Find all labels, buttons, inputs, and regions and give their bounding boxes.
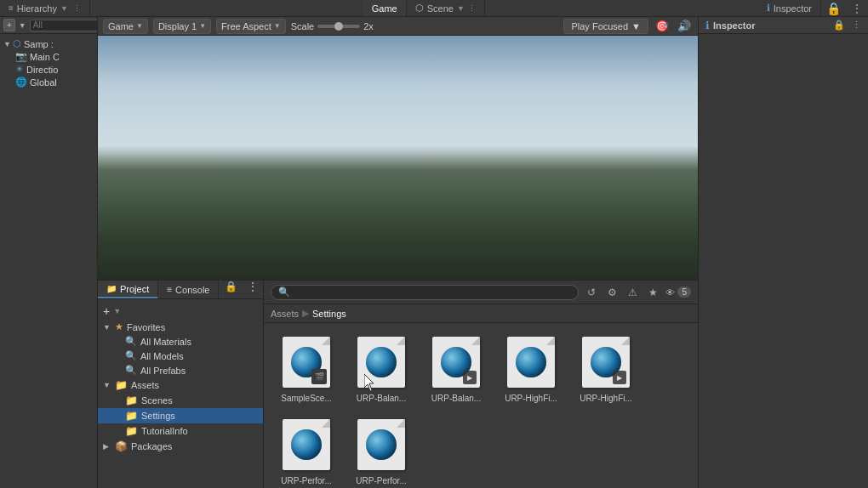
inspector-lock-btn[interactable]: 🔒 xyxy=(833,20,845,31)
folder-all-prefabs[interactable]: 🔍 All Prefabs xyxy=(98,363,263,377)
project-add-btn[interactable]: + xyxy=(103,304,110,318)
hierarchy-dropdown-btn[interactable]: ▼ xyxy=(19,21,26,30)
warning-icon-sm[interactable]: ⚠ xyxy=(625,285,640,300)
hierarchy-add-btn[interactable]: + xyxy=(3,19,15,31)
favorites-arrow: ▼ xyxy=(103,323,111,332)
file-label-0: SampleSce... xyxy=(281,393,331,404)
aspect-dropdown[interactable]: Free Aspect ▼ xyxy=(216,19,286,34)
scale-label: Scale xyxy=(291,21,315,31)
hierarchy-tree: ▼ ⬡ Samp : 📷 Main C ☀ Directio 🌐 Global xyxy=(0,34,97,488)
file-item-3[interactable]: URP-HighFi... xyxy=(497,332,565,407)
bottom-tab-lock[interactable]: 🔒 xyxy=(220,281,243,298)
breadcrumb-bar: Assets ▶ Settings xyxy=(264,304,698,323)
folder-scenes[interactable]: 📁 Scenes xyxy=(98,393,263,408)
packages-folder-icon: 📦 xyxy=(115,440,128,452)
scene-chevron: ▼ xyxy=(457,4,465,13)
scale-slider[interactable] xyxy=(317,25,360,28)
tutorial-label: TutorialInfo xyxy=(141,426,188,436)
search-icon-prefabs: 🔍 xyxy=(125,365,137,376)
display-arrow: ▼ xyxy=(136,22,143,30)
file-page-6 xyxy=(357,419,405,470)
settings-label: Settings xyxy=(141,411,175,421)
gizmo-icon[interactable]: 🎯 xyxy=(654,19,671,34)
assets-label: Assets xyxy=(131,380,159,390)
packages-label: Packages xyxy=(131,441,172,451)
breadcrumb-assets[interactable]: Assets xyxy=(271,309,299,319)
hierarchy-menu: ⋮ xyxy=(73,4,81,13)
tab-scene[interactable]: ⬡ Scene ▼ ⋮ xyxy=(407,0,485,16)
play-focused-btn[interactable]: Play Focused ▼ xyxy=(563,19,648,34)
hierarchy-search[interactable] xyxy=(30,20,98,31)
top-tab-bar: ≡ Hierarchy ▼ ⋮ Game ⬡ Scene ▼ ⋮ ℹ Inspe… xyxy=(0,0,868,17)
file-page-1 xyxy=(357,337,405,388)
play-badge-2: ▶ xyxy=(463,371,477,384)
scene-tab-label: Scene xyxy=(427,3,454,14)
top-menu-lock[interactable]: 🔒 xyxy=(821,2,846,15)
file-item-0[interactable]: 🎬 SampleSce... xyxy=(272,332,340,407)
bottom-area: 📁 Project ≡ Console 🔒 ⋮ + ▼ xyxy=(98,280,698,488)
tab-console[interactable]: ≡ Console xyxy=(158,281,219,298)
packages-arrow: ▶ xyxy=(103,442,111,451)
display-dropdown[interactable]: Game ▼ xyxy=(103,19,148,34)
inspector-menu-btn[interactable]: ⋮ xyxy=(852,20,861,31)
file-page-5 xyxy=(283,419,330,470)
tree-item-directional[interactable]: ☀ Directio xyxy=(0,63,97,76)
play-arrow: ▼ xyxy=(631,21,641,31)
file-label-3: URP-HighFi... xyxy=(505,393,557,404)
console-tab-icon: ≡ xyxy=(167,285,172,294)
file-item-1[interactable]: URP-Balan... xyxy=(347,332,415,407)
main-layout: + ▼ ▼ ⬡ Samp : 📷 Main C ☀ Directio 🌐 Glo… xyxy=(0,17,868,488)
tree-item-scene[interactable]: ▼ ⬡ Samp : xyxy=(0,37,97,50)
folder-tutorial[interactable]: 📁 TutorialInfo xyxy=(98,423,263,439)
search-icon-sm: 🔍 xyxy=(125,336,137,347)
hierarchy-panel: + ▼ ▼ ⬡ Samp : 📷 Main C ☀ Directio 🌐 Glo… xyxy=(0,17,98,488)
display-number-dropdown[interactable]: Display 1 ▼ xyxy=(153,19,211,34)
folder-all-models[interactable]: 🔍 All Models xyxy=(98,349,263,363)
mute-icon[interactable]: 🔊 xyxy=(676,19,693,34)
all-materials-label: All Materials xyxy=(140,337,191,347)
settings-icon-sm[interactable]: ⚙ xyxy=(604,285,620,300)
game-viewport xyxy=(98,36,698,280)
file-icon-4: ▶ xyxy=(579,335,633,389)
bottom-tab-bar: 📁 Project ≡ Console 🔒 ⋮ xyxy=(98,281,263,299)
file-page-3 xyxy=(507,337,555,388)
bottom-tab-menu[interactable]: ⋮ xyxy=(243,281,263,298)
tab-hierarchy[interactable]: ≡ Hierarchy ▼ ⋮ xyxy=(0,0,90,16)
file-item-6[interactable]: URP-Perfor... xyxy=(347,414,415,488)
folder-assets[interactable]: ▼ 📁 Assets xyxy=(98,377,263,393)
top-menu-dots[interactable]: ⋮ xyxy=(846,2,868,15)
global-label: Global xyxy=(30,77,57,88)
refresh-icon[interactable]: ↺ xyxy=(584,285,599,300)
project-tab-icon: 📁 xyxy=(106,284,117,293)
tab-game[interactable]: Game xyxy=(363,0,407,16)
all-prefabs-label: All Prefabs xyxy=(140,366,186,376)
inspector-icon-top: ℹ xyxy=(767,3,770,14)
search-magnifier-icon: 🔍 xyxy=(278,287,290,298)
file-icon-3 xyxy=(504,335,558,389)
search-box[interactable]: 🔍 xyxy=(271,285,579,300)
tree-item-maincam[interactable]: 📷 Main C xyxy=(0,50,97,63)
file-item-5[interactable]: URP-Perfor... xyxy=(272,414,340,488)
tab-inspector[interactable]: ℹ Inspector xyxy=(758,0,821,16)
file-item-4[interactable]: ▶ URP-HighFi... xyxy=(572,332,640,407)
play-badge-4: ▶ xyxy=(613,371,626,384)
settings-folder-icon: 📁 xyxy=(125,410,138,422)
folder-packages[interactable]: ▶ 📦 Packages xyxy=(98,439,263,454)
center-area: Game ▼ Display 1 ▼ Free Aspect ▼ Scale 2… xyxy=(98,17,698,488)
file-icon-6 xyxy=(354,417,408,472)
game-tab-label: Game xyxy=(372,3,397,14)
file-grid: 🎬 SampleSce... URP-Balan... xyxy=(264,323,698,488)
folder-all-materials[interactable]: 🔍 All Materials xyxy=(98,334,263,349)
search-icon-models: 🔍 xyxy=(125,350,137,361)
project-add-arrow[interactable]: ▼ xyxy=(113,307,121,315)
light-icon: ☀ xyxy=(15,64,24,75)
file-label-1: URP-Balan... xyxy=(357,393,406,404)
display-option-arrow: ▼ xyxy=(199,22,206,30)
folder-settings[interactable]: 📁 Settings xyxy=(98,408,263,423)
tab-project[interactable]: 📁 Project xyxy=(98,281,158,298)
folder-favorites[interactable]: ▼ ★ Favorites xyxy=(98,320,263,334)
tree-item-global[interactable]: 🌐 Global xyxy=(0,76,97,88)
file-item-2[interactable]: ▶ URP-Balan... xyxy=(422,332,490,407)
bookmark-icon[interactable]: ★ xyxy=(645,285,660,300)
directional-label: Directio xyxy=(26,65,58,75)
